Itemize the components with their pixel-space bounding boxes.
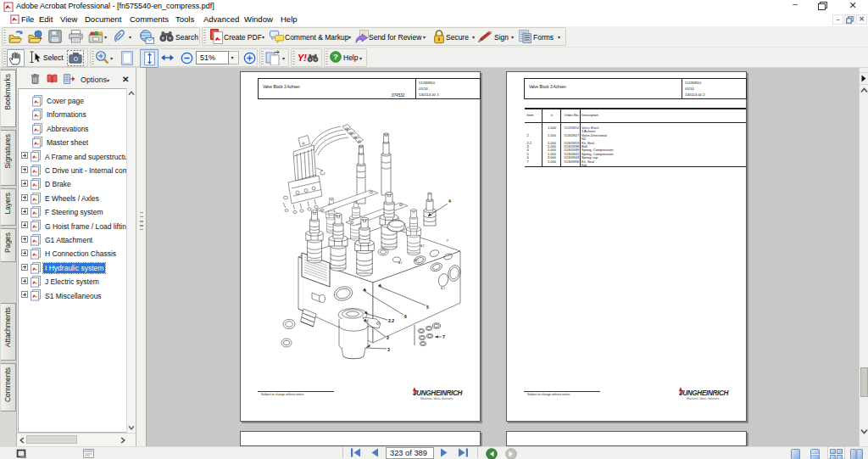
svg-text:B 2: B 2 xyxy=(441,287,445,290)
svg-text:7: 7 xyxy=(442,334,445,339)
svg-text:?: ? xyxy=(333,52,338,61)
svg-text:4: 4 xyxy=(448,199,451,204)
svg-text:B 1: B 1 xyxy=(415,259,419,262)
svg-text:P: P xyxy=(447,239,448,243)
svg-text:2.2: 2.2 xyxy=(388,318,394,323)
svg-text:A 2: A 2 xyxy=(420,244,425,248)
svg-text:6: 6 xyxy=(404,314,407,319)
svg-text:3: 3 xyxy=(387,347,390,352)
svg-text:2: 2 xyxy=(387,335,389,340)
svg-text:A 1: A 1 xyxy=(398,261,403,265)
svg-text:5: 5 xyxy=(426,305,429,310)
svg-text:Machines. Ideas. Solutions.: Machines. Ideas. Solutions. xyxy=(687,396,720,400)
